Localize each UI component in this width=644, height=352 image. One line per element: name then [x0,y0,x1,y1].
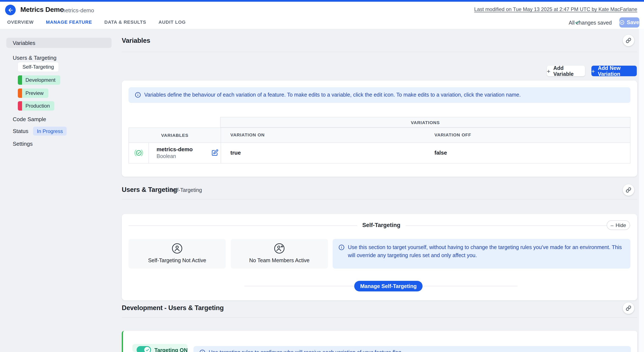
sidebar-item-settings[interactable]: Settings [13,140,33,147]
sidebar-status-label: Status [13,128,28,134]
variables-card: Variables define the behaviour of each v… [122,80,637,177]
variation-on-value[interactable]: true [230,150,241,156]
variable-type: Boolean [156,153,176,159]
link-icon [626,305,631,311]
plus-icon: + [592,68,595,74]
variation-off-value[interactable]: false [434,150,447,156]
sidebar-item-code-sample[interactable]: Code Sample [13,115,46,123]
self-targeting-info-text: Use this section to target yourself, wit… [348,244,624,260]
users-targeting-section-header: Users & Targeting Self-Targeting [122,181,637,199]
status-badge: In Progress [33,127,67,136]
variations-group-header: VARIATIONS [220,117,630,128]
variable-name[interactable]: metrics-demo [156,146,193,153]
back-button[interactable] [5,5,16,15]
development-info-banner: Use targeting rules to configure who wil… [194,346,631,352]
sidebar-variables-label: Variables [13,40,35,46]
sidebar-item-env-preview[interactable]: Preview [18,89,48,98]
hide-button-label: Hide [616,222,626,228]
toggle-check-icon [144,347,150,352]
add-variable-label: Add Variable [553,65,585,77]
variables-section-title: Variables [122,37,150,44]
sidebar-item-variables[interactable]: Variables [6,38,112,48]
self-targeting-card: Self-Targeting – Hide Self-Targeting Not… [122,214,637,300]
table-header-row: VARIABLES VARIATION ON VARIATION OFF [128,128,630,143]
col-header-variation-on: VARIATION ON [230,132,265,137]
manage-self-targeting-button[interactable]: Manage Self-Targeting [354,281,422,291]
variables-info-banner: Variables define the behaviour of each v… [128,87,630,103]
add-new-variation-label: Add New Variation [598,65,637,77]
top-accent-bar [0,0,644,2]
sidebar-preview-label: Preview [26,90,44,96]
team-members-status-box: No Team Members Active [231,239,328,269]
users-targeting-section-link-button[interactable] [623,184,634,196]
check-circle-icon [620,20,625,25]
link-icon [626,38,631,43]
info-circle-icon [338,244,344,250]
column-divider [220,128,221,142]
development-section-title: Development - Users & Targeting [122,304,224,312]
save-status-text: All changes saved [569,20,612,26]
variations-header-label: VARIATIONS [411,120,440,125]
self-targeting-panel-title: Self-Targeting [357,222,406,228]
production-color-chip [18,101,22,111]
minus-icon: – [611,222,614,228]
add-new-variation-button[interactable]: + Add New Variation [592,66,637,76]
development-section-header: Development - Users & Targeting [122,299,637,318]
preview-color-chip [18,89,22,98]
development-color-chip [18,75,22,85]
page-subtitle: metrics-demo [61,7,94,13]
development-section-link-button[interactable] [623,302,634,314]
tab-bar: OVERVIEW MANAGE FEATURE DATA & RESULTS A… [7,17,186,30]
sidebar-item-env-production[interactable]: Production [18,101,54,111]
variables-section-header: Variables [122,29,637,52]
development-info-text: Use targeting rules to configure who wil… [209,349,402,352]
sidebar-production-label: Production [26,103,50,109]
col-header-variables: VARIABLES [129,128,220,142]
self-targeting-status-box: Self-Targeting Not Active [128,239,226,269]
sidebar-item-status[interactable]: Status In Progress [13,127,66,136]
development-targeting-card: Targeting ON Use targeting rules to conf… [122,331,637,352]
users-targeting-section-title: Users & Targeting [122,186,177,193]
team-members-status-label: No Team Members Active [231,258,328,263]
arrow-left-icon [8,7,13,13]
sidebar-self-targeting-label: Self-Targeting [22,64,54,70]
table-row: metrics-demo Boolean true false [128,143,630,164]
variable-check-icon [134,148,144,158]
self-targeting-info-banner: Use this section to target yourself, wit… [332,239,630,269]
info-circle-icon [135,92,141,98]
last-modified-link[interactable]: Last modified on Tue May 13 2025 at 2:47… [474,6,637,12]
person-icon [172,243,183,254]
plus-icon: + [547,68,550,74]
sidebar-development-label: Development [26,77,55,83]
scrollbar-gutter [639,29,644,352]
add-variable-button[interactable]: + Add Variable [547,66,585,76]
app-header: Metrics Demo metrics-demo Last modified … [0,2,644,29]
page-title: Metrics Demo [20,6,64,13]
sidebar-code-sample-label: Code Sample [13,116,46,122]
save-button[interactable]: Save [620,17,639,27]
column-divider [220,143,221,163]
variables-table: VARIATIONS VARIABLES VARIATION ON VARIAT… [128,117,630,164]
edit-pencil-icon[interactable] [211,149,218,156]
sidebar-item-env-development[interactable]: Development [18,75,60,85]
sidebar-item-users-targeting[interactable]: Users & Targeting [13,54,56,61]
manage-self-targeting-label: Manage Self-Targeting [360,283,416,289]
targeting-on-label: Targeting ON [154,347,188,352]
person-plus-icon [274,243,285,254]
variables-info-text: Variables define the behaviour of each v… [144,91,521,99]
col-header-variation-off: VARIATION OFF [434,132,471,137]
save-button-label: Save [627,19,639,25]
hide-button[interactable]: – Hide [607,220,630,230]
variables-section-link-button[interactable] [623,35,634,46]
info-circle-icon [200,350,205,352]
targeting-toggle[interactable] [136,346,151,352]
self-targeting-status-label: Self-Targeting Not Active [128,258,226,263]
sidebar-item-self-targeting[interactable]: Self-Targeting [18,62,58,72]
targeting-status-box: Targeting ON [132,344,188,352]
column-divider [148,143,149,163]
sidebar-settings-label: Settings [13,140,33,147]
sidebar-users-targeting-label: Users & Targeting [13,54,56,61]
users-targeting-section-subtitle: Self-Targeting [169,187,202,193]
link-icon [626,187,631,193]
